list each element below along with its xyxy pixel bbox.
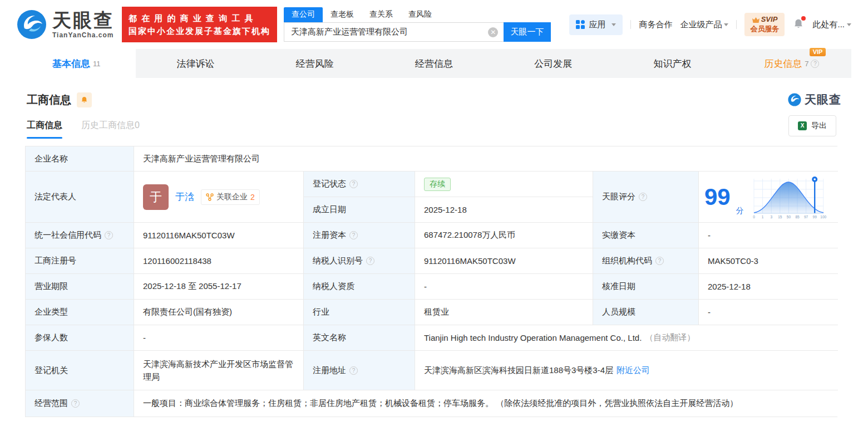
help-icon[interactable] bbox=[655, 257, 664, 265]
top-header: 天眼查 TianYanCha.com 都 在 用 的 商 业 查 询 工 具 国… bbox=[0, 0, 868, 49]
search-tab-relation[interactable]: 查关系 bbox=[362, 7, 401, 22]
tianyancha-swirl-icon bbox=[788, 93, 801, 106]
paid-capital-value: - bbox=[699, 223, 838, 248]
svg-text:15: 15 bbox=[778, 215, 782, 219]
business-coop-link[interactable]: 商务合作 bbox=[639, 19, 672, 30]
reg-status-value: 存续 bbox=[415, 172, 593, 197]
industry-label: 行业 bbox=[304, 300, 415, 325]
reg-address-label: 注册地址 bbox=[304, 351, 415, 390]
help-icon[interactable] bbox=[349, 231, 358, 239]
search-input[interactable] bbox=[284, 23, 504, 41]
company-name-label: 企业名称 bbox=[26, 146, 134, 172]
export-button[interactable]: 导出 bbox=[788, 115, 836, 136]
notification-dot bbox=[801, 16, 806, 21]
reg-capital-value: 687472.210078万人民币 bbox=[415, 223, 593, 248]
subtab-business-info[interactable]: 工商信息 bbox=[27, 120, 62, 139]
tab-history-info[interactable]: VIP 历史信息 7 bbox=[732, 49, 851, 78]
approval-date-value: 2025-12-18 bbox=[699, 274, 838, 300]
english-name-value: Tianjin High tech Industry Operation Man… bbox=[415, 325, 838, 351]
taxpayer-id-value: 91120116MAK50TC03W bbox=[415, 248, 593, 274]
svg-text:1: 1 bbox=[762, 215, 764, 219]
watermark-text: 天眼查 bbox=[805, 92, 841, 107]
svg-text:3: 3 bbox=[770, 215, 772, 219]
help-icon[interactable] bbox=[71, 399, 80, 408]
logo-domain: TianYanCha.com bbox=[52, 32, 114, 38]
help-icon[interactable] bbox=[366, 257, 374, 265]
legal-rep-avatar[interactable]: 于 bbox=[143, 184, 169, 210]
label-text: 登记状态 bbox=[313, 179, 346, 189]
score-label: 天眼评分 bbox=[593, 172, 699, 223]
score-cell[interactable]: 99 分 0 1 3 15 50 bbox=[699, 172, 838, 223]
crown-icon bbox=[752, 17, 760, 23]
org-code-label: 组织机构代码 bbox=[593, 248, 699, 274]
reg-capital-label: 注册资本 bbox=[304, 223, 415, 248]
related-companies-badge[interactable]: 关联企业 2 bbox=[201, 189, 260, 205]
tianyancha-swirl-icon bbox=[17, 9, 47, 40]
industry-value: 租赁业 bbox=[415, 300, 593, 325]
credit-code-label: 统一社会信用代码 bbox=[26, 223, 134, 248]
help-icon[interactable] bbox=[105, 231, 113, 239]
english-name-label: 英文名称 bbox=[304, 325, 415, 351]
nearby-companies-link[interactable]: 附近公司 bbox=[617, 365, 650, 376]
taxpayer-quality-value: - bbox=[415, 274, 593, 300]
search-button[interactable]: 天眼一下 bbox=[504, 22, 551, 42]
business-info-table: 企业名称 天津高新产业运营管理有限公司 法定代表人 于 于浛 关联企业 2 登记… bbox=[25, 146, 837, 417]
apps-menu[interactable]: 应用 bbox=[569, 14, 623, 35]
reg-status-label: 登记状态 bbox=[304, 172, 415, 197]
notifications-button[interactable] bbox=[792, 18, 805, 32]
clear-search-icon[interactable]: ✕ bbox=[488, 27, 498, 37]
business-scope-label: 经营范围 bbox=[26, 390, 134, 417]
brand-slogan: 都 在 用 的 商 业 查 询 工 具 国家中小企业发展子基金旗下机构 bbox=[122, 7, 277, 43]
search-area: 查公司 查老板 查关系 查风险 ✕ 天眼一下 bbox=[284, 7, 551, 42]
search-tab-boss[interactable]: 查老板 bbox=[323, 7, 362, 22]
tab-label: 经营信息 bbox=[415, 57, 453, 70]
help-icon[interactable] bbox=[349, 180, 358, 188]
user-menu[interactable]: 此处有... bbox=[812, 19, 851, 30]
establish-date-value: 2025-12-18 bbox=[415, 197, 593, 223]
business-term-value: 2025-12-18 至 2055-12-17 bbox=[134, 274, 304, 300]
tab-label: 公司发展 bbox=[534, 57, 572, 70]
tab-operating-risk[interactable]: 经营风险 bbox=[255, 49, 374, 78]
svg-text:0: 0 bbox=[753, 215, 755, 219]
subtab-history-business-info[interactable]: 历史工商信息0 bbox=[81, 120, 140, 139]
score-distribution-chart: 0 1 3 15 50 85 97 99 100 bbox=[749, 174, 827, 220]
search-tab-risk[interactable]: 查风险 bbox=[401, 7, 440, 22]
tianyancha-logo[interactable]: 天眼查 TianYanCha.com bbox=[17, 9, 114, 40]
related-label: 关联企业 bbox=[216, 192, 248, 202]
help-icon[interactable] bbox=[811, 60, 819, 68]
business-term-label: 营业期限 bbox=[26, 274, 134, 300]
tab-operating-info[interactable]: 经营信息 bbox=[374, 49, 494, 78]
help-icon[interactable] bbox=[639, 193, 647, 201]
tab-label: 基本信息 bbox=[52, 57, 90, 70]
score-value: 99 bbox=[704, 185, 731, 209]
insured-count-label: 参保人数 bbox=[26, 325, 134, 351]
label-text: 统一社会信用代码 bbox=[34, 230, 101, 241]
monitor-bell-button[interactable] bbox=[77, 92, 92, 107]
label-text: 纳税人识别号 bbox=[313, 256, 363, 266]
tab-basic-info[interactable]: 基本信息 11 bbox=[17, 49, 136, 78]
tianyancha-watermark: 天眼查 bbox=[788, 92, 841, 107]
staff-size-value: - bbox=[699, 300, 838, 325]
reg-authority-text: 天津滨海高新技术产业开发区市场监督管理局 bbox=[143, 351, 294, 390]
help-icon[interactable] bbox=[349, 366, 358, 375]
reg-authority-label: 登记机关 bbox=[26, 351, 134, 390]
search-tab-company[interactable]: 查公司 bbox=[284, 7, 323, 22]
svip-member-button[interactable]: SVIP 会员服务 bbox=[744, 13, 785, 36]
svg-text:85: 85 bbox=[795, 215, 800, 219]
related-count: 2 bbox=[250, 193, 255, 202]
svg-text:100: 100 bbox=[820, 215, 826, 219]
chevron-down-icon bbox=[611, 23, 616, 26]
excel-icon bbox=[798, 121, 807, 130]
establish-date-label: 成立日期 bbox=[304, 197, 415, 223]
tab-legal[interactable]: 法律诉讼 bbox=[136, 49, 255, 78]
legal-rep-name-link[interactable]: 于浛 bbox=[175, 190, 194, 203]
divider bbox=[736, 20, 737, 29]
enterprise-products-menu[interactable]: 企业级产品 bbox=[680, 19, 728, 30]
member-service-label: 会员服务 bbox=[750, 25, 779, 34]
tab-company-development[interactable]: 公司发展 bbox=[494, 49, 613, 78]
divider bbox=[630, 20, 631, 29]
chevron-down-icon bbox=[724, 23, 728, 26]
slogan-line2: 国家中小企业发展子基金旗下机构 bbox=[129, 25, 270, 37]
svg-text:97: 97 bbox=[804, 215, 808, 219]
tab-intellectual-property[interactable]: 知识产权 bbox=[613, 49, 732, 78]
